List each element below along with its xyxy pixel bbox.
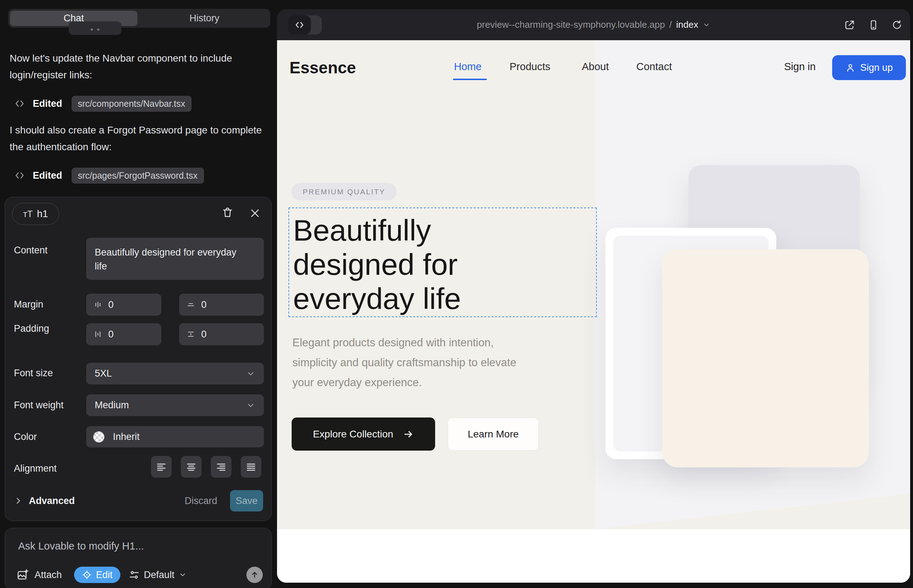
alignment-label: Alignment bbox=[14, 463, 57, 474]
align-center-button[interactable] bbox=[181, 456, 202, 478]
sign-up-button[interactable]: Sign up bbox=[832, 55, 906, 80]
color-value: Inherit bbox=[113, 431, 139, 443]
selected-element-pill[interactable]: тT h1 bbox=[12, 203, 59, 225]
margin-x-value: 0 bbox=[108, 299, 113, 310]
align-right-button[interactable] bbox=[211, 456, 231, 478]
assistant-message: I should also create a Forgot Password p… bbox=[10, 122, 265, 155]
browser-actions bbox=[844, 9, 902, 40]
refresh-icon bbox=[892, 19, 902, 31]
align-justify-icon bbox=[246, 462, 256, 472]
code-icon bbox=[14, 170, 25, 181]
align-left-button[interactable] bbox=[151, 456, 172, 478]
delete-element-button[interactable] bbox=[222, 207, 233, 218]
url-breadcrumb[interactable]: preview--charming-site-symphony.lovable.… bbox=[277, 9, 910, 40]
advanced-toggle[interactable]: Advanced bbox=[29, 496, 75, 507]
edit-mode-label: Edit bbox=[96, 570, 113, 580]
tab-history[interactable]: History bbox=[139, 9, 270, 28]
chat-history-tabbar: Chat History bbox=[8, 9, 270, 28]
color-select[interactable]: Inherit bbox=[86, 426, 264, 447]
hero-headline[interactable]: Beautifully designed for everyday life bbox=[293, 213, 557, 316]
learn-more-button[interactable]: Learn More bbox=[448, 417, 539, 451]
close-icon[interactable] bbox=[249, 207, 261, 219]
padding-horizontal-icon bbox=[94, 330, 102, 338]
external-link-icon bbox=[844, 19, 855, 31]
margin-label: Margin bbox=[14, 299, 44, 310]
tab-history-label: History bbox=[189, 13, 219, 24]
align-justify-button[interactable] bbox=[241, 456, 261, 478]
padding-x-value: 0 bbox=[108, 329, 113, 340]
arrow-right-icon bbox=[403, 429, 414, 439]
nav-link-about[interactable]: About bbox=[582, 61, 609, 73]
send-button[interactable] bbox=[246, 567, 263, 583]
url-separator: / bbox=[669, 19, 672, 30]
padding-x-input[interactable]: 0 bbox=[86, 323, 161, 345]
content-textarea[interactable]: Beautifully designed for everyday life bbox=[86, 238, 264, 280]
model-selector-label: Default bbox=[144, 570, 175, 580]
edited-file-chip[interactable]: src/components/Navbar.tsx bbox=[71, 96, 192, 112]
person-icon bbox=[845, 63, 855, 73]
nav-link-contact[interactable]: Contact bbox=[636, 61, 672, 73]
chevron-down-icon bbox=[179, 571, 186, 579]
chevron-down-icon bbox=[703, 21, 711, 29]
preview-browser-bar: preview--charming-site-symphony.lovable.… bbox=[277, 9, 910, 40]
attach-image-icon bbox=[17, 569, 29, 581]
model-selector[interactable]: Default bbox=[129, 570, 186, 580]
edited-label: Edited bbox=[33, 170, 62, 181]
edited-file-row: Edited src/components/Navbar.tsx bbox=[14, 95, 191, 112]
edited-label: Edited bbox=[33, 98, 62, 109]
alignment-button-group bbox=[151, 456, 261, 478]
code-icon bbox=[14, 98, 25, 109]
discard-button[interactable]: Discard bbox=[185, 496, 217, 507]
margin-x-input[interactable]: 0 bbox=[86, 294, 161, 316]
refresh-button[interactable] bbox=[892, 19, 902, 31]
section-below-hero bbox=[277, 529, 910, 583]
edit-mode-button[interactable]: Edit bbox=[74, 567, 121, 583]
element-tag: h1 bbox=[37, 208, 48, 220]
chevron-down-icon bbox=[246, 369, 255, 378]
edited-file-row: Edited src/pages/ForgotPassword.tsx bbox=[14, 167, 204, 184]
explore-collection-label: Explore Collection bbox=[313, 428, 393, 440]
save-button[interactable]: Save bbox=[230, 490, 263, 512]
composer-toolbar: Attach Edit Default bbox=[17, 567, 263, 583]
chat-composer[interactable]: Ask Lovable to modify H1... Attach Edit … bbox=[5, 528, 272, 588]
sign-in-link[interactable]: Sign in bbox=[784, 61, 816, 73]
sliders-icon bbox=[129, 570, 139, 580]
active-nav-underline bbox=[453, 79, 487, 80]
font-size-value: 5XL bbox=[95, 368, 112, 379]
margin-y-input[interactable]: 0 bbox=[179, 294, 264, 316]
padding-label: Padding bbox=[14, 323, 49, 334]
padding-y-value: 0 bbox=[201, 329, 207, 340]
lovable-workspace: Chat History Now let's update the Navbar… bbox=[0, 0, 913, 588]
chevron-right-icon bbox=[14, 496, 23, 505]
color-swatch-icon bbox=[93, 431, 104, 443]
align-center-icon bbox=[186, 462, 197, 472]
explore-collection-button[interactable]: Explore Collection bbox=[291, 417, 435, 451]
align-left-icon bbox=[156, 462, 167, 472]
padding-y-input[interactable]: 0 bbox=[179, 323, 264, 345]
font-weight-select[interactable]: Medium bbox=[86, 394, 264, 416]
attach-button[interactable]: Attach bbox=[34, 570, 62, 580]
composer-placeholder[interactable]: Ask Lovable to modify H1... bbox=[18, 540, 144, 552]
sign-up-label: Sign up bbox=[860, 62, 893, 73]
edited-file-chip[interactable]: src/pages/ForgotPassword.tsx bbox=[71, 168, 204, 184]
content-value: Beautifully designed for everyday life bbox=[95, 246, 237, 273]
font-size-select[interactable]: 5XL bbox=[86, 363, 264, 384]
site-preview: Essence Home Products About Contact Sign… bbox=[277, 40, 910, 583]
padding-vertical-icon bbox=[187, 330, 195, 338]
typography-icon: тT bbox=[23, 209, 33, 219]
arrow-up-icon bbox=[250, 570, 259, 579]
align-right-icon bbox=[216, 462, 227, 472]
nav-link-products[interactable]: Products bbox=[510, 61, 550, 73]
selected-element-outline[interactable]: Beautifully designed for everyday life bbox=[288, 207, 597, 317]
margin-y-value: 0 bbox=[201, 299, 207, 310]
site-logo[interactable]: Essence bbox=[290, 58, 356, 77]
font-weight-label: Font weight bbox=[14, 400, 64, 411]
nav-link-home[interactable]: Home bbox=[454, 61, 481, 73]
scrolled-message-peek bbox=[69, 21, 121, 35]
element-editor-panel: тT h1 Content Beautifully designed for e… bbox=[5, 197, 272, 521]
margin-vertical-icon bbox=[187, 301, 195, 309]
assistant-message: Now let's update the Navbar component to… bbox=[10, 50, 265, 83]
open-external-button[interactable] bbox=[844, 19, 855, 31]
learn-more-label: Learn More bbox=[468, 428, 518, 440]
mobile-view-button[interactable] bbox=[868, 19, 879, 31]
